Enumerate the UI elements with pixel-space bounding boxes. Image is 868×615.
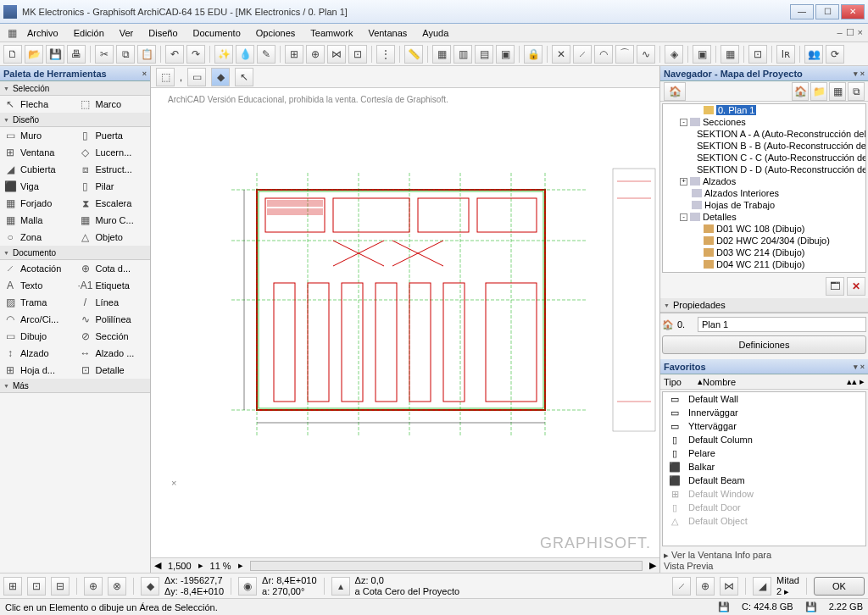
fav-col-nombre[interactable]: Nombre [703, 377, 736, 387]
nav-v1-icon[interactable]: 🏠 [792, 82, 809, 101]
group-diseño[interactable]: Diseño [0, 113, 150, 127]
tool-texto[interactable]: ATexto [0, 277, 75, 294]
tree-item[interactable]: SEKTION C - C (Auto-Reconstrucción del [663, 152, 865, 163]
group2-icon[interactable]: ▥ [453, 45, 472, 64]
new-icon[interactable]: 🗋 [3, 45, 22, 64]
zoom-scale[interactable]: 1,500 [168, 561, 192, 571]
mode1-icon[interactable]: ▭ [187, 68, 206, 86]
menu-ver[interactable]: Ver [113, 26, 141, 40]
save-icon[interactable]: 💾 [46, 45, 64, 64]
tool-escalera[interactable]: ⧗Escalera [75, 195, 151, 212]
snap2-icon[interactable]: ⊕ [306, 45, 325, 64]
tool-estruct[interactable]: ⧈Estruct... [75, 161, 151, 178]
dropper-icon[interactable]: 💧 [236, 45, 254, 64]
tree-item[interactable]: SEKTION B - B (Auto-Reconstrucción del [663, 140, 865, 152]
snap-d3-icon[interactable]: ⋈ [720, 577, 738, 596]
group3-icon[interactable]: ▤ [475, 45, 493, 64]
snap-d1-icon[interactable]: ⟋ [672, 577, 691, 596]
arc1-icon[interactable]: ◠ [594, 45, 613, 64]
tool-cotad[interactable]: ⊕Cota d... [75, 260, 151, 277]
favorites-opts-icon[interactable]: ▾ × [854, 363, 865, 371]
view-scrollbar[interactable]: ◀ 1,500 ▸ 11 % ▸ ▶ [151, 557, 659, 573]
tool-puerta[interactable]: ▯Puerta [75, 127, 151, 144]
tool-lnea[interactable]: /Línea [75, 294, 151, 311]
tree-item[interactable]: -Detalles [663, 211, 865, 223]
tw1-icon[interactable]: 👥 [804, 45, 823, 64]
layer-icon[interactable]: ◈ [665, 45, 683, 64]
nav-delete-icon[interactable]: ✕ [847, 277, 865, 296]
tree-item[interactable]: D03 WC 214 (Dibujo) [663, 247, 865, 258]
coord-b4-icon[interactable]: ⊕ [84, 577, 103, 596]
favorite-item[interactable]: ⊞Default Window [663, 487, 865, 501]
tool-forjado[interactable]: ▦Forjado [0, 195, 75, 212]
trace-icon[interactable]: Iʀ [776, 45, 795, 64]
menu-documento[interactable]: Documento [186, 26, 248, 40]
minimize-button[interactable]: — [790, 4, 814, 19]
group-documento[interactable]: Documento [0, 246, 150, 260]
view2-icon[interactable]: ▦ [721, 45, 739, 64]
snap-d2-icon[interactable]: ⊕ [696, 577, 715, 596]
tool-arcoci[interactable]: ◠Arco/Ci... [0, 311, 75, 328]
tree-item[interactable]: 0. Plan 1 [663, 104, 865, 116]
favorite-item[interactable]: ▭Ytterväggar [663, 419, 865, 433]
menu-ayuda[interactable]: Ayuda [415, 26, 455, 40]
favorite-item[interactable]: ▯Pelare [663, 446, 865, 460]
hscrollbar[interactable] [250, 561, 643, 571]
paste-icon[interactable]: 📋 [137, 45, 156, 64]
redo-icon[interactable]: ↷ [186, 45, 205, 64]
tree-item[interactable]: D04 WC 211 (Dibujo) [663, 258, 865, 270]
group-más[interactable]: Más [0, 379, 150, 393]
nav-settings-icon[interactable]: 🗔 [826, 277, 844, 296]
favorite-item[interactable]: △Default Object [663, 514, 865, 528]
tool-pilar[interactable]: ▯Pilar [75, 178, 151, 195]
tool-etiqueta[interactable]: ·A1Etiqueta [75, 277, 151, 294]
tool-cubierta[interactable]: ◢Cubierta [0, 161, 75, 178]
tool-marco[interactable]: ⬚Marco [75, 96, 151, 113]
favorite-item[interactable]: ▯Default Door [663, 501, 865, 514]
group-selección[interactable]: Selección [0, 81, 150, 96]
grid-icon[interactable]: ⋮ [376, 45, 395, 64]
close-button[interactable]: ✕ [841, 4, 865, 19]
copy-icon[interactable]: ⧉ [116, 45, 135, 64]
print-icon[interactable]: 🖶 [67, 45, 86, 64]
navigator-header[interactable]: Navegador - Mapa del Proyecto ▾ × [660, 66, 868, 81]
hscroll-left-icon[interactable]: ◀ [154, 560, 161, 571]
arc2-icon[interactable]: ⌒ [615, 45, 634, 64]
tool-trama[interactable]: ▨Trama [0, 294, 75, 311]
palette-header[interactable]: Paleta de Herramientas × [0, 66, 150, 81]
tree-item[interactable]: -Secciones [663, 116, 865, 128]
canvas[interactable]: ArchiCAD Versión Educacional, prohibida … [151, 88, 659, 557]
coord-b3-icon[interactable]: ⊟ [51, 577, 70, 596]
tw2-icon[interactable]: ⟳ [826, 45, 844, 64]
favorites-header[interactable]: Favoritos ▾ × [660, 359, 868, 374]
tool-muro[interactable]: ▭Muro [0, 127, 75, 144]
favorite-item[interactable]: ⬛Balkar [663, 460, 865, 474]
marquee-icon[interactable]: ⬚ [156, 68, 175, 86]
mode2-icon[interactable]: ◆ [211, 68, 230, 86]
tool-viga[interactable]: ⬛Viga [0, 178, 75, 195]
tool-polilnea[interactable]: ∿Polilínea [75, 311, 151, 328]
group4-icon[interactable]: ▣ [496, 45, 515, 64]
definitions-button[interactable]: Definiciones [662, 335, 866, 354]
tree-item[interactable]: D02 HWC 204/304 (Dibujo) [663, 235, 865, 247]
tree-item[interactable]: SEKTION D - D (Auto-Reconstrucción del [663, 163, 865, 175]
menu-diseno[interactable]: Diseño [142, 26, 184, 40]
nav-project-icon[interactable]: 🏠 [664, 82, 686, 101]
props-name-input[interactable] [698, 317, 866, 332]
tool-ventana[interactable]: ⊞Ventana [0, 144, 75, 161]
project-tree[interactable]: 0. Plan 1-SeccionesSEKTION A - A (Auto-R… [662, 103, 866, 273]
ruler-icon[interactable]: 📏 [404, 45, 423, 64]
favorite-item[interactable]: ▭Default Wall [663, 392, 865, 406]
menu-archivo[interactable]: Archivo [20, 26, 65, 40]
snap3-icon[interactable]: ⋈ [327, 45, 346, 64]
view1-icon[interactable]: ▣ [693, 45, 711, 64]
cut-icon[interactable]: ✂ [95, 45, 114, 64]
tool-zona[interactable]: ○Zona [0, 229, 75, 246]
tool-malla[interactable]: ▦Malla [0, 212, 75, 229]
tree-item[interactable]: Alzados Interiores [663, 187, 865, 199]
favorites-list[interactable]: ▭Default Wall▭Innerväggar▭Ytterväggar▯De… [662, 391, 866, 546]
tool-alzado[interactable]: ↔Alzado ... [75, 345, 151, 362]
hscroll-right-icon[interactable]: ▶ [649, 560, 656, 571]
tree-item[interactable]: D01 WC 108 (Dibujo) [663, 223, 865, 235]
group1-icon[interactable]: ▦ [432, 45, 451, 64]
